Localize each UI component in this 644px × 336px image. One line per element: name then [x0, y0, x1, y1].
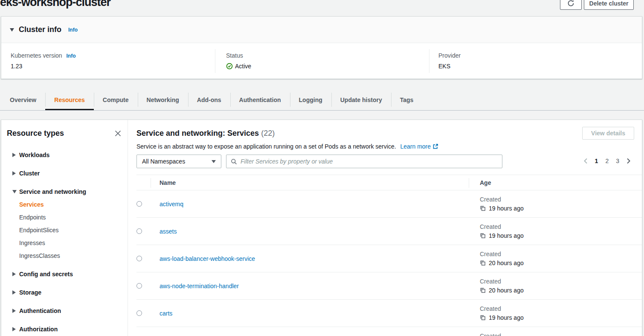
service-link[interactable]: assets — [160, 228, 177, 235]
created-label: Created — [480, 305, 642, 312]
sidebar-group-config-and-secrets[interactable]: Config and secrets — [7, 270, 121, 278]
collapse-icon — [10, 28, 14, 32]
previous-page-button[interactable] — [583, 158, 588, 164]
tab-update-history[interactable]: Update history — [331, 90, 391, 110]
divider — [469, 178, 469, 188]
created-label: Created — [480, 223, 642, 230]
chevron-right-icon — [627, 158, 631, 164]
status-value: Active — [235, 63, 251, 70]
copy-icon[interactable] — [480, 233, 486, 239]
tab-networking[interactable]: Networking — [138, 90, 188, 110]
kubernetes-version-info-link[interactable]: Info — [67, 53, 76, 59]
service-link[interactable]: aws-load-balancer-webhook-service — [160, 255, 255, 262]
expand-icon — [12, 290, 16, 295]
sidebar-group-cluster[interactable]: Cluster — [7, 169, 121, 178]
services-filter-input[interactable] — [241, 158, 498, 165]
search-icon — [231, 158, 237, 165]
page-3-button[interactable]: 3 — [616, 158, 619, 164]
divider — [151, 178, 151, 188]
row-radio-button[interactable] — [136, 201, 142, 207]
close-icon — [115, 130, 121, 137]
row-radio-button[interactable] — [136, 283, 142, 289]
status-field: Status Active — [226, 52, 251, 70]
resource-types-sidebar: Resource types Workloads Cluster Service… — [1, 120, 128, 336]
created-label: Created — [480, 251, 642, 257]
cluster-info-info-link[interactable]: Info — [68, 27, 78, 33]
view-details-button[interactable]: View details — [582, 127, 634, 140]
service-link[interactable]: activemq — [160, 201, 183, 207]
delete-cluster-button[interactable]: Delete cluster — [584, 0, 634, 10]
row-radio-button[interactable] — [136, 228, 142, 234]
sidebar-group-workloads[interactable]: Workloads — [7, 151, 121, 159]
created-label: Created — [480, 278, 642, 285]
service-link[interactable]: aws-node-termination-handler — [160, 283, 239, 289]
resource-types-nav: Workloads Cluster Service and networking… — [7, 151, 121, 333]
resource-types-title: Resource types — [7, 129, 64, 138]
divider — [429, 49, 429, 73]
column-header-name: Name — [151, 179, 469, 186]
sidebar-item-endpoints[interactable]: Endpoints — [19, 213, 121, 222]
expand-icon — [12, 153, 16, 157]
age-value: 20 hours ago — [489, 287, 524, 294]
age-value: 19 hours ago — [489, 232, 524, 239]
cluster-info-header[interactable]: Cluster info Info — [1, 17, 642, 43]
table-row: Created — [136, 327, 642, 336]
provider-value: EKS — [438, 63, 461, 70]
tab-add-ons[interactable]: Add-ons — [188, 90, 230, 110]
resources-panel: Resource types Workloads Cluster Service… — [1, 120, 642, 336]
copy-icon[interactable] — [480, 315, 486, 321]
next-page-button[interactable] — [627, 158, 631, 164]
services-search — [226, 155, 502, 168]
created-label: Created — [480, 333, 642, 336]
tab-resources[interactable]: Resources — [45, 90, 94, 110]
tab-authentication[interactable]: Authentication — [230, 90, 290, 110]
page-2-button[interactable]: 2 — [605, 158, 609, 164]
refresh-button[interactable] — [560, 0, 582, 10]
chevron-left-icon — [583, 158, 588, 164]
pagination: 1 2 3 — [583, 157, 631, 165]
row-radio-button[interactable] — [136, 256, 142, 261]
table-row: aws-node-termination-handler Created 20 … — [136, 272, 642, 300]
tab-logging[interactable]: Logging — [290, 90, 331, 110]
column-header-age: Age — [469, 179, 642, 186]
table-row: aws-load-balancer-webhook-service Create… — [136, 245, 642, 272]
services-panel-title: Service and networking: Services (22) — [136, 129, 634, 138]
namespace-filter-value: All Namespaces — [142, 158, 185, 165]
created-label: Created — [480, 196, 642, 203]
sidebar-item-ingresses[interactable]: Ingresses — [19, 239, 121, 247]
namespace-filter-select[interactable]: All Namespaces — [136, 155, 221, 168]
chevron-down-icon — [212, 160, 216, 163]
table-row: carts Created 19 hours ago — [136, 300, 642, 327]
age-value: 19 hours ago — [489, 314, 524, 321]
table-header: Name Age — [136, 175, 642, 190]
expand-icon — [12, 171, 16, 175]
copy-icon[interactable] — [480, 260, 486, 266]
services-description: Service is an abstract way to expose an … — [136, 143, 634, 150]
copy-icon[interactable] — [480, 287, 486, 293]
expand-icon — [12, 309, 16, 313]
sidebar-group-authentication[interactable]: Authentication — [7, 307, 121, 315]
age-value: 19 hours ago — [489, 205, 524, 212]
learn-more-link[interactable]: Learn more — [400, 143, 438, 150]
kubernetes-version-value: 1.23 — [11, 63, 76, 70]
sidebar-group-storage[interactable]: Storage — [7, 288, 121, 297]
close-sidebar-button[interactable] — [114, 130, 121, 137]
cluster-info-title: Cluster info — [19, 25, 61, 34]
tab-tags[interactable]: Tags — [391, 90, 423, 110]
sidebar-group-authorization[interactable]: Authorization — [7, 325, 121, 333]
tab-compute[interactable]: Compute — [94, 90, 138, 110]
service-link[interactable]: carts — [160, 310, 172, 317]
refresh-icon — [567, 0, 574, 7]
row-radio-button[interactable] — [136, 310, 142, 316]
provider-field: Provider EKS — [438, 52, 461, 70]
copy-icon[interactable] — [480, 205, 486, 211]
expand-icon — [12, 327, 16, 331]
sidebar-item-ingressclasses[interactable]: IngressClasses — [19, 251, 121, 260]
age-value: 20 hours ago — [489, 260, 524, 266]
status-active-icon — [226, 63, 233, 70]
sidebar-item-endpointslices[interactable]: EndpointSlices — [19, 226, 121, 234]
sidebar-item-services[interactable]: Services — [19, 200, 121, 209]
sidebar-group-service-and-networking[interactable]: Service and networking — [7, 187, 121, 196]
tab-overview[interactable]: Overview — [1, 90, 45, 110]
page-1-button[interactable]: 1 — [595, 158, 598, 164]
